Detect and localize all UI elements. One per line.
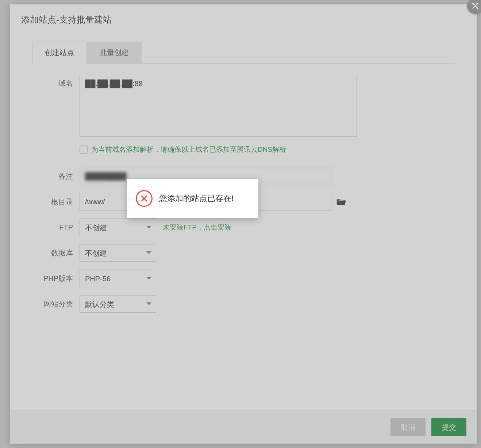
browse-folder-button[interactable]	[336, 198, 346, 206]
label-category: 网站分类	[32, 299, 80, 309]
domain-input[interactable]: ██.██.██.██:88	[80, 75, 357, 137]
close-icon	[471, 2, 479, 10]
ftp-select[interactable]: 不创建	[80, 219, 156, 236]
tab-batch-create[interactable]: 批量创建	[87, 42, 142, 64]
dns-checkbox-label: 为当前域名添加解析，请确保以上域名已添加至腾讯云DNS解析	[91, 145, 286, 154]
label-database: 数据库	[32, 248, 80, 258]
label-php: PHP版本	[32, 274, 80, 283]
ftp-install-link[interactable]: 未安装FTP，点击安装	[163, 223, 231, 232]
row-ftp: FTP 不创建 未安装FTP，点击安装	[32, 219, 455, 236]
dns-checkbox[interactable]	[80, 146, 88, 154]
submit-button[interactable]: 提交	[431, 418, 466, 436]
row-dns-checkbox: 为当前域名添加解析，请确保以上域名已添加至腾讯云DNS解析	[80, 145, 455, 154]
add-site-modal: 添加站点-支持批量建站 创建站点 批量创建 域名 ██.██.██.██:88 …	[10, 4, 477, 444]
label-note: 备注	[32, 171, 80, 181]
error-toast: 您添加的站点已存在!	[127, 179, 258, 218]
label-domain: 域名	[32, 75, 80, 88]
row-category: 网站分类 默认分类	[32, 295, 455, 313]
php-select[interactable]: PHP-56	[80, 270, 156, 287]
tab-create-site[interactable]: 创建站点	[32, 42, 87, 64]
label-ftp: FTP	[32, 223, 80, 232]
modal-footer: 取消 提交	[10, 410, 477, 444]
toast-message: 您添加的站点已存在!	[159, 193, 234, 204]
row-domain: 域名 ██.██.██.██:88	[32, 75, 455, 137]
folder-open-icon	[336, 198, 346, 206]
row-database: 数据库 不创建	[32, 244, 455, 262]
category-select[interactable]: 默认分类	[80, 295, 156, 313]
row-php: PHP版本 PHP-56	[32, 270, 455, 287]
error-icon	[136, 190, 153, 207]
cancel-button[interactable]: 取消	[390, 418, 426, 436]
tabs: 创建站点 批量创建	[32, 42, 455, 64]
label-root: 根目录	[32, 197, 80, 207]
modal-title: 添加站点-支持批量建站	[10, 4, 477, 34]
database-select[interactable]: 不创建	[80, 244, 156, 262]
